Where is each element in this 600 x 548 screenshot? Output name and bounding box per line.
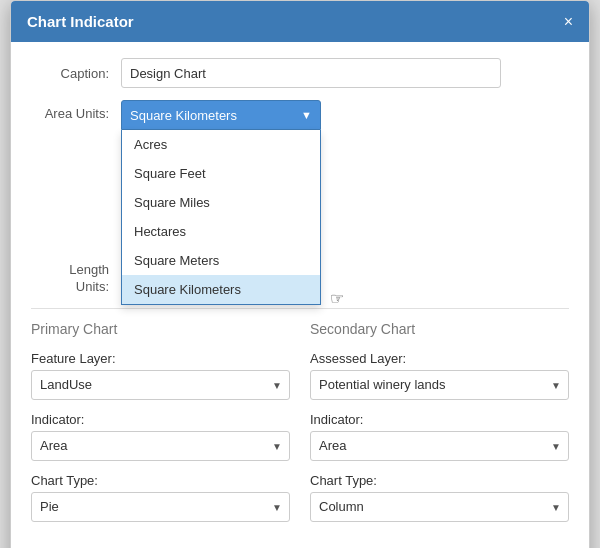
area-units-label: Area Units: bbox=[31, 100, 121, 121]
area-option-square-miles[interactable]: Square Miles bbox=[122, 188, 320, 217]
caption-label: Caption: bbox=[31, 66, 121, 81]
chart-indicator-dialog: Chart Indicator × Caption: Area Units: S… bbox=[10, 0, 590, 548]
area-units-select-wrapper: Square Kilometers ▼ Acres Square Feet Sq… bbox=[121, 100, 321, 130]
caption-row: Caption: bbox=[31, 58, 569, 88]
area-option-square-meters[interactable]: Square Meters bbox=[122, 246, 320, 275]
caption-input[interactable] bbox=[121, 58, 501, 88]
dialog-title: Chart Indicator bbox=[27, 13, 134, 30]
primary-chart-type-field: Chart Type: Pie Column ▼ bbox=[31, 473, 290, 522]
primary-chart-type-select-wrapper: Pie Column ▼ bbox=[31, 492, 290, 522]
primary-indicator-label: Indicator: bbox=[31, 412, 290, 427]
secondary-chart-type-field: Chart Type: Pie Column ▼ bbox=[310, 473, 569, 522]
section-divider bbox=[31, 308, 569, 309]
primary-chart-type-select[interactable]: Pie Column bbox=[31, 492, 290, 522]
secondary-chart-type-label: Chart Type: bbox=[310, 473, 569, 488]
feature-layer-select[interactable]: LandUse bbox=[31, 370, 290, 400]
secondary-indicator-field: Indicator: Area ▼ bbox=[310, 412, 569, 461]
area-units-select-button[interactable]: Square Kilometers ▼ bbox=[121, 100, 321, 130]
feature-layer-select-wrapper: LandUse ▼ bbox=[31, 370, 290, 400]
primary-chart-title: Primary Chart bbox=[31, 321, 290, 337]
primary-indicator-field: Indicator: Area ▼ bbox=[31, 412, 290, 461]
area-option-acres[interactable]: Acres bbox=[122, 130, 320, 159]
primary-chart-column: Primary Chart Feature Layer: LandUse ▼ I… bbox=[31, 321, 290, 534]
area-units-dropdown: Acres Square Feet Square Miles Hectares … bbox=[121, 130, 321, 305]
close-button[interactable]: × bbox=[564, 14, 573, 30]
primary-chart-type-label: Chart Type: bbox=[31, 473, 290, 488]
area-option-hectares[interactable]: Hectares bbox=[122, 217, 320, 246]
primary-indicator-select[interactable]: Area bbox=[31, 431, 290, 461]
secondary-indicator-label: Indicator: bbox=[310, 412, 569, 427]
feature-layer-label: Feature Layer: bbox=[31, 351, 290, 366]
feature-layer-field: Feature Layer: LandUse ▼ bbox=[31, 351, 290, 400]
secondary-indicator-select-wrapper: Area ▼ bbox=[310, 431, 569, 461]
secondary-indicator-select[interactable]: Area bbox=[310, 431, 569, 461]
secondary-chart-column: Secondary Chart Assessed Layer: Potentia… bbox=[310, 321, 569, 534]
secondary-chart-type-select-wrapper: Pie Column ▼ bbox=[310, 492, 569, 522]
dialog-header: Chart Indicator × bbox=[11, 1, 589, 42]
primary-indicator-select-wrapper: Area ▼ bbox=[31, 431, 290, 461]
assessed-layer-label: Assessed Layer: bbox=[310, 351, 569, 366]
area-units-selected-value: Square Kilometers bbox=[130, 108, 237, 123]
area-option-square-kilometers[interactable]: Square Kilometers ☞ bbox=[122, 275, 320, 304]
secondary-chart-type-select[interactable]: Pie Column bbox=[310, 492, 569, 522]
dialog-body: Caption: Area Units: Square Kilometers ▼… bbox=[11, 42, 589, 548]
secondary-chart-title: Secondary Chart bbox=[310, 321, 569, 337]
charts-section: Primary Chart Feature Layer: LandUse ▼ I… bbox=[31, 321, 569, 534]
assessed-layer-select-wrapper: Potential winery lands ▼ bbox=[310, 370, 569, 400]
area-units-row: Area Units: Square Kilometers ▼ Acres Sq… bbox=[31, 100, 569, 130]
length-units-label: LengthUnits: bbox=[31, 262, 121, 296]
area-option-square-feet[interactable]: Square Feet bbox=[122, 159, 320, 188]
area-units-arrow-icon: ▼ bbox=[301, 109, 312, 121]
assessed-layer-field: Assessed Layer: Potential winery lands ▼ bbox=[310, 351, 569, 400]
assessed-layer-select[interactable]: Potential winery lands bbox=[310, 370, 569, 400]
